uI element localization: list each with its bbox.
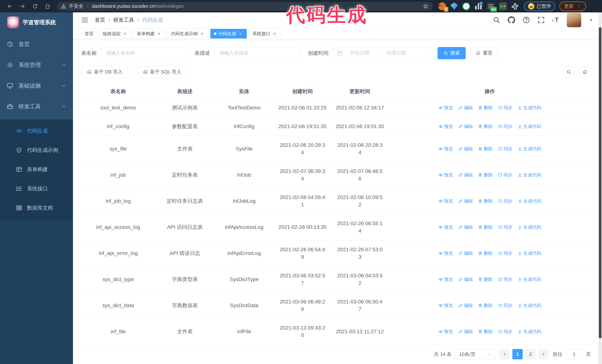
action-同步[interactable]: 同步	[498, 302, 513, 309]
close-icon[interactable]	[122, 31, 128, 36]
search-button[interactable]: 搜索	[438, 47, 466, 59]
browser-update-button[interactable]: 更新	[559, 1, 586, 11]
action-生成代码[interactable]: 生成代码	[518, 197, 541, 205]
action-生成代码[interactable]: 生成代码	[518, 276, 541, 283]
monkey-extension-icon[interactable]	[499, 2, 507, 10]
action-同步[interactable]: 同步	[498, 123, 513, 130]
action-删除[interactable]: 删除	[478, 223, 493, 231]
bookmark-star-icon[interactable]	[423, 3, 429, 9]
action-预览[interactable]: 预览	[439, 250, 453, 257]
more-vert-icon[interactable]	[577, 4, 581, 9]
tab-首页[interactable]: 首页	[81, 29, 97, 39]
page-button-1[interactable]: 1	[512, 349, 523, 359]
import-button-基于 DB 导入[interactable]: 基于 DB 导入	[81, 66, 128, 78]
check-extension-icon[interactable]	[462, 2, 470, 10]
app-logo[interactable]: 芋道管理系统	[0, 12, 73, 32]
action-编辑[interactable]: 编辑	[458, 197, 473, 205]
table-desc-input[interactable]	[215, 47, 300, 59]
action-预览[interactable]: 预览	[439, 197, 453, 205]
sidebar-subitem-系统接口[interactable]: 系统接口	[0, 179, 73, 198]
close-icon[interactable]	[157, 31, 162, 36]
sidebar-subitem-代码生成示例[interactable]: 代码生成示例	[0, 141, 73, 160]
github-icon[interactable]	[507, 16, 515, 24]
fullscreen-icon[interactable]	[537, 16, 545, 24]
action-同步[interactable]: 同步	[498, 197, 513, 205]
action-同步[interactable]: 同步	[498, 104, 513, 112]
caret-down-icon[interactable]	[588, 17, 594, 23]
action-删除[interactable]: 删除	[478, 145, 493, 153]
sidebar-subitem-表单构建[interactable]: 表单构建	[0, 160, 73, 179]
action-预览[interactable]: 预览	[439, 276, 453, 283]
extension-paused-pill[interactable]: 已暂停	[524, 1, 555, 11]
action-同步[interactable]: 同步	[498, 223, 513, 231]
action-生成代码[interactable]: 生成代码	[518, 123, 541, 130]
action-编辑[interactable]: 编辑	[458, 145, 473, 153]
dark-extension-icon[interactable]: on	[487, 2, 494, 10]
puzzle-extension-icon[interactable]	[511, 3, 519, 10]
tab-代码生成[interactable]: 代码生成	[210, 29, 247, 39]
action-生成代码[interactable]: 生成代码	[518, 171, 541, 179]
sidebar-item-研发工具[interactable]: 研发工具	[0, 96, 73, 117]
next-page-button[interactable]	[538, 349, 549, 359]
action-同步[interactable]: 同步	[498, 250, 513, 257]
prev-page-button[interactable]	[499, 349, 510, 359]
search-icon[interactable]	[493, 16, 501, 24]
action-预览[interactable]: 预览	[439, 328, 453, 335]
action-预览[interactable]: 预览	[439, 104, 453, 112]
sidebar-item-基础设施[interactable]: 基础设施	[0, 75, 73, 96]
action-预览[interactable]: 预览	[439, 171, 453, 179]
circle-button-refresh-icon[interactable]	[580, 66, 591, 78]
forward-icon[interactable]	[17, 1, 28, 11]
action-编辑[interactable]: 编辑	[458, 302, 473, 309]
action-编辑[interactable]: 编辑	[458, 276, 473, 283]
action-预览[interactable]: 预览	[439, 223, 453, 231]
font-size-icon[interactable]: tT	[552, 16, 560, 24]
sidebar-item-首页[interactable]: 首页	[0, 34, 73, 55]
action-编辑[interactable]: 编辑	[458, 104, 473, 112]
action-生成代码[interactable]: 生成代码	[518, 328, 541, 335]
page-button-2[interactable]: 2	[525, 349, 536, 359]
action-删除[interactable]: 删除	[478, 276, 493, 283]
sidebar-item-系统管理[interactable]: 系统管理	[0, 55, 73, 75]
action-编辑[interactable]: 编辑	[458, 328, 473, 335]
tab-代码生成示例[interactable]: 代码生成示例	[167, 29, 208, 39]
close-icon[interactable]	[200, 31, 205, 36]
hamburger-icon[interactable]	[81, 16, 88, 24]
reset-button[interactable]: 重置	[470, 47, 498, 59]
action-同步[interactable]: 同步	[498, 171, 513, 179]
page-size-select[interactable]: 10条/页	[456, 349, 495, 360]
tab-系统接口[interactable]: 系统接口	[249, 29, 281, 39]
reload-icon[interactable]	[29, 1, 41, 11]
breadcrumb-item[interactable]: 研发工具	[113, 16, 134, 23]
action-生成代码[interactable]: 生成代码	[518, 250, 541, 257]
gem-extension-icon[interactable]	[451, 3, 458, 10]
address-bar[interactable]: 不安全 dashboard.yudao.iocoder.cn/tool/code…	[57, 2, 433, 11]
start-date-input[interactable]	[344, 50, 376, 56]
home-icon[interactable]	[42, 1, 53, 11]
circle-button-search-icon[interactable]	[563, 66, 575, 78]
action-编辑[interactable]: 编辑	[458, 171, 473, 179]
action-编辑[interactable]: 编辑	[458, 223, 473, 231]
action-同步[interactable]: 同步	[498, 276, 513, 283]
action-生成代码[interactable]: 生成代码	[518, 104, 541, 112]
action-预览[interactable]: 预览	[439, 145, 453, 153]
goto-page-input[interactable]	[566, 349, 582, 359]
sidebar-subitem-数据库文档[interactable]: 数据库文档	[0, 198, 73, 218]
action-编辑[interactable]: 编辑	[458, 123, 473, 130]
scrollbar-thumb[interactable]	[599, 27, 602, 338]
action-删除[interactable]: 删除	[478, 328, 493, 335]
close-icon[interactable]	[238, 31, 243, 36]
close-icon[interactable]	[272, 31, 277, 36]
action-生成代码[interactable]: 生成代码	[518, 145, 541, 153]
action-删除[interactable]: 删除	[478, 197, 493, 205]
action-同步[interactable]: 同步	[498, 328, 513, 335]
action-生成代码[interactable]: 生成代码	[518, 302, 541, 309]
back-icon[interactable]	[4, 1, 16, 11]
action-删除[interactable]: 删除	[478, 123, 493, 130]
breadcrumb-item[interactable]: 首页	[95, 16, 105, 23]
action-编辑[interactable]: 编辑	[458, 250, 473, 257]
table-name-input[interactable]	[101, 47, 186, 59]
end-date-input[interactable]	[381, 50, 412, 56]
action-同步[interactable]: 同步	[498, 145, 513, 153]
security-label[interactable]: 不安全	[69, 3, 83, 10]
